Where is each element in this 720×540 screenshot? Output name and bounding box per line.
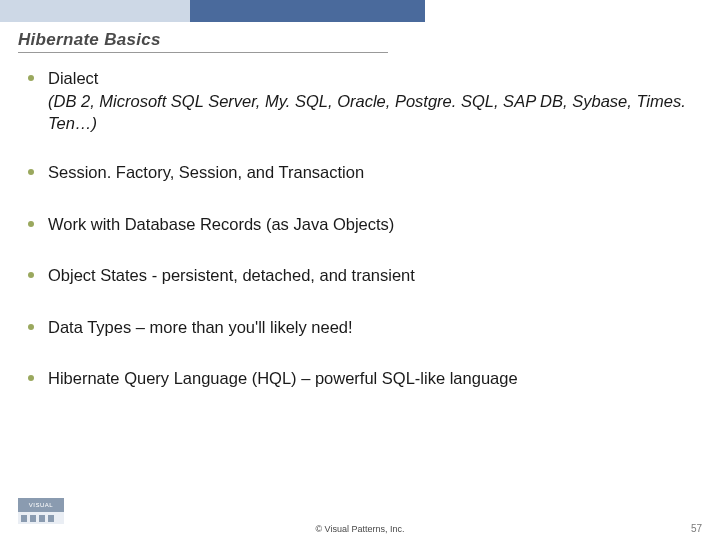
- bullet-subtext: (DB 2, Microsoft SQL Server, My. SQL, Or…: [48, 91, 700, 134]
- bullet-text: Dialect: [48, 68, 700, 89]
- logo-icon-item: [48, 515, 54, 522]
- bullet-dot-icon: [28, 324, 34, 330]
- bullet-dot-icon: [28, 375, 34, 381]
- bullet-dot-icon: [28, 169, 34, 175]
- logo-text: VISUAL: [18, 498, 64, 512]
- bullet-dot-icon: [28, 221, 34, 227]
- bullet-data-types: Data Types – more than you'll likely nee…: [20, 317, 700, 338]
- header-bar-dark: [190, 0, 425, 22]
- bullet-dialect: Dialect (DB 2, Microsoft SQL Server, My.…: [20, 68, 700, 134]
- bullet-object-states: Object States - persistent, detached, an…: [20, 265, 700, 286]
- header-bar: [0, 0, 720, 22]
- bullet-database-records: Work with Database Records (as Java Obje…: [20, 214, 700, 235]
- logo-icon-item: [21, 515, 27, 522]
- bullet-text: Work with Database Records (as Java Obje…: [48, 215, 394, 233]
- bullet-dot-icon: [28, 272, 34, 278]
- bullet-dot-icon: [28, 75, 34, 81]
- bullet-text: Session. Factory, Session, and Transacti…: [48, 163, 364, 181]
- bullet-session-factory: Session. Factory, Session, and Transacti…: [20, 162, 700, 183]
- header-bar-light: [0, 0, 190, 22]
- logo-icon-item: [30, 515, 36, 522]
- title-underline: [18, 52, 388, 53]
- bullet-text: Object States - persistent, detached, an…: [48, 266, 415, 284]
- bullet-hql: Hibernate Query Language (HQL) – powerfu…: [20, 368, 700, 389]
- logo-icon-item: [39, 515, 45, 522]
- slide-title: Hibernate Basics: [18, 30, 161, 50]
- content-area: Dialect (DB 2, Microsoft SQL Server, My.…: [20, 68, 700, 420]
- page-number: 57: [691, 523, 702, 534]
- footer-copyright: © Visual Patterns, Inc.: [0, 524, 720, 534]
- bullet-text: Data Types – more than you'll likely nee…: [48, 318, 353, 336]
- logo-icons: [18, 512, 64, 524]
- bullet-text: Hibernate Query Language (HQL) – powerfu…: [48, 369, 518, 387]
- logo: VISUAL: [18, 498, 64, 524]
